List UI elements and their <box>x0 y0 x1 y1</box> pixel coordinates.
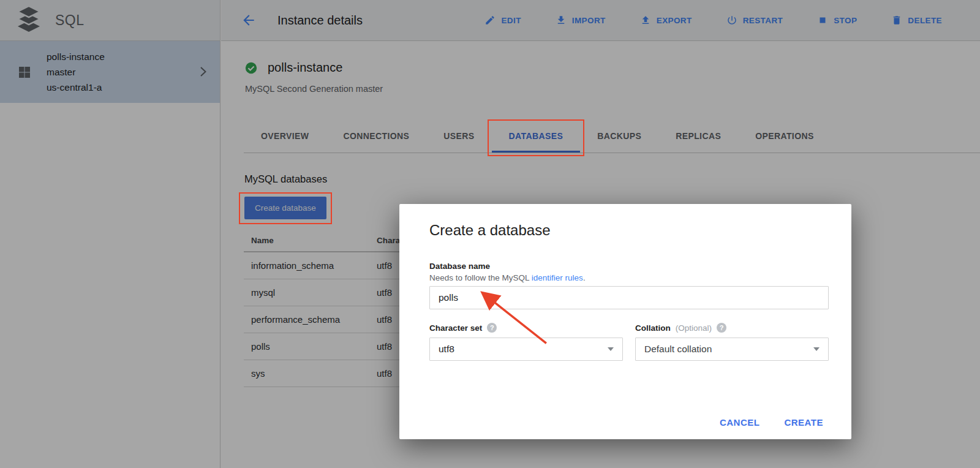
help-icon[interactable]: ? <box>717 323 726 333</box>
dialog-title: Create a database <box>429 222 550 239</box>
collation-select[interactable]: Default collation <box>635 338 829 361</box>
cancel-button[interactable]: CANCEL <box>720 417 760 428</box>
database-name-helper: Needs to follow the MySQL identifier rul… <box>429 273 586 282</box>
create-database-dialog: Create a database Database name Needs to… <box>399 204 851 439</box>
help-icon[interactable]: ? <box>487 323 497 333</box>
dropdown-caret-icon <box>813 347 820 351</box>
database-name-input[interactable] <box>429 286 829 309</box>
charset-label-row: Character set ? <box>429 323 497 333</box>
identifier-rules-link[interactable]: identifier rules <box>532 273 583 282</box>
collation-label-row: Collation (Optional) ? <box>635 323 726 333</box>
dialog-create-button[interactable]: CREATE <box>784 417 823 428</box>
database-name-label: Database name <box>429 262 490 271</box>
charset-select[interactable]: utf8 <box>429 338 623 361</box>
dropdown-caret-icon <box>608 347 614 351</box>
